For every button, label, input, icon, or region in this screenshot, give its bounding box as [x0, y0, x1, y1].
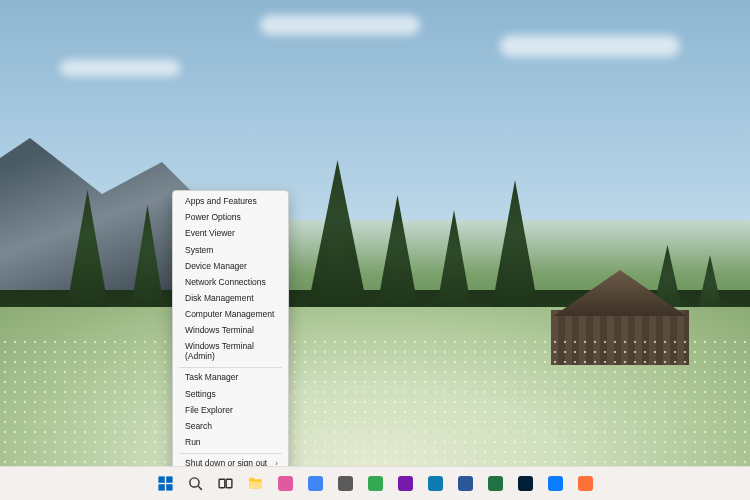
menu-item-power-options[interactable]: Power Options — [173, 210, 288, 226]
app-edge[interactable] — [424, 472, 447, 495]
taskview-icon — [217, 475, 234, 492]
app-icon — [368, 476, 383, 491]
app-puzzle[interactable] — [364, 472, 387, 495]
menu-item-event-viewer[interactable]: Event Viewer — [173, 226, 288, 242]
app-icon — [308, 476, 323, 491]
search-button[interactable] — [184, 472, 207, 495]
app-icon — [338, 476, 353, 491]
menu-item-settings[interactable]: Settings — [173, 386, 288, 402]
svg-rect-3 — [166, 484, 172, 490]
menu-item-label: Windows Terminal — [185, 326, 254, 336]
flowers — [0, 337, 750, 467]
start-button[interactable] — [154, 472, 177, 495]
menu-item-label: Apps and Features — [185, 197, 257, 207]
menu-item-windows-terminal[interactable]: Windows Terminal — [173, 323, 288, 339]
svg-rect-6 — [219, 479, 225, 488]
app-icon — [578, 476, 593, 491]
svg-rect-0 — [158, 476, 164, 482]
app-icon — [548, 476, 563, 491]
app-people[interactable] — [274, 472, 297, 495]
app-word[interactable] — [454, 472, 477, 495]
menu-item-label: Run — [185, 438, 201, 448]
menu-item-label: Computer Management — [185, 310, 274, 320]
menu-item-computer-management[interactable]: Computer Management — [173, 307, 288, 323]
winx-context-menu: Apps and FeaturesPower OptionsEvent View… — [172, 190, 289, 497]
folder-icon — [247, 475, 264, 492]
menu-item-label: Disk Management — [185, 294, 254, 304]
menu-item-windows-terminal-admin[interactable]: Windows Terminal (Admin) — [173, 339, 288, 365]
app-icon — [488, 476, 503, 491]
menu-item-apps-and-features[interactable]: Apps and Features — [173, 194, 288, 210]
search-icon — [187, 475, 204, 492]
app-onenote[interactable] — [394, 472, 417, 495]
menu-item-label: Network Connections — [185, 278, 266, 288]
menu-item-label: Event Viewer — [185, 229, 235, 239]
taskbar — [0, 466, 750, 500]
menu-item-device-manager[interactable]: Device Manager — [173, 259, 288, 275]
menu-item-file-explorer[interactable]: File Explorer — [173, 402, 288, 418]
menu-item-label: System — [185, 246, 213, 256]
menu-item-label: Device Manager — [185, 262, 247, 272]
app-icon — [518, 476, 533, 491]
menu-item-run[interactable]: Run — [173, 435, 288, 451]
menu-item-label: Settings — [185, 390, 216, 400]
svg-point-4 — [189, 478, 198, 487]
windows-icon — [157, 475, 174, 492]
menu-item-system[interactable]: System — [173, 242, 288, 258]
svg-rect-2 — [158, 484, 164, 490]
task-view-button[interactable] — [214, 472, 237, 495]
svg-rect-7 — [226, 479, 232, 488]
app-icon — [278, 476, 293, 491]
app-icon — [428, 476, 443, 491]
file-explorer[interactable] — [244, 472, 267, 495]
app-excel[interactable] — [484, 472, 507, 495]
app-icon — [398, 476, 413, 491]
svg-rect-1 — [166, 476, 172, 482]
app-chrome[interactable] — [304, 472, 327, 495]
menu-item-label: Power Options — [185, 213, 241, 223]
menu-item-disk-management[interactable]: Disk Management — [173, 291, 288, 307]
menu-item-label: Task Manager — [185, 373, 238, 383]
menu-separator — [179, 367, 282, 368]
menu-item-label: Search — [185, 422, 212, 432]
app-photoshop[interactable] — [514, 472, 537, 495]
app-firefox[interactable] — [574, 472, 597, 495]
app-icon — [458, 476, 473, 491]
menu-item-task-manager[interactable]: Task Manager — [173, 370, 288, 386]
svg-line-5 — [198, 486, 202, 490]
menu-separator — [179, 453, 282, 454]
menu-item-network-connections[interactable]: Network Connections — [173, 275, 288, 291]
app-store[interactable] — [334, 472, 357, 495]
desktop-wallpaper: Apps and FeaturesPower OptionsEvent View… — [0, 0, 750, 500]
menu-item-search[interactable]: Search — [173, 419, 288, 435]
app-messenger[interactable] — [544, 472, 567, 495]
menu-item-label: Windows Terminal (Admin) — [185, 342, 278, 362]
menu-item-label: File Explorer — [185, 406, 233, 416]
